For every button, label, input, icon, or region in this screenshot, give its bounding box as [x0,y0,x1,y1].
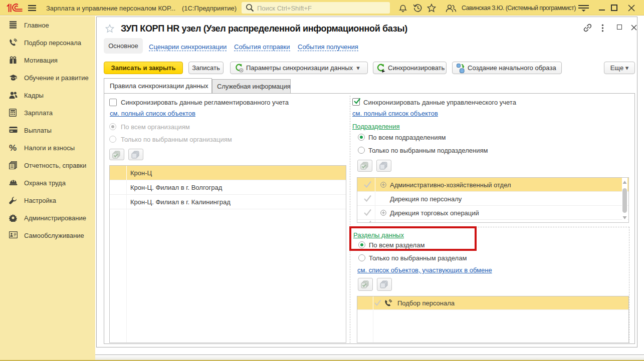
svg-text:%: % [9,144,17,152]
